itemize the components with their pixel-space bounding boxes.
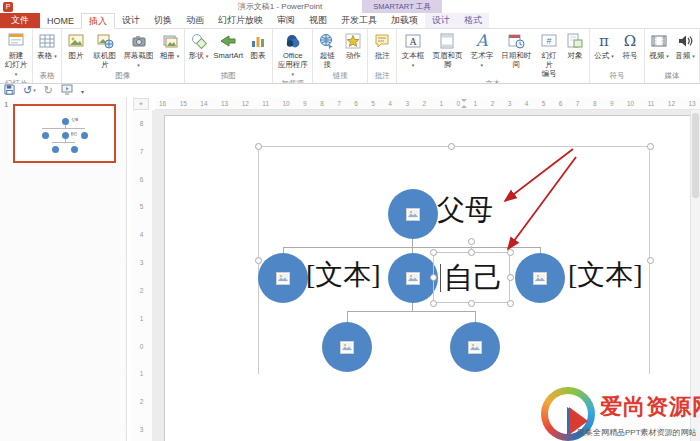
- tab-视图[interactable]: 视图: [302, 13, 334, 28]
- video-icon: [648, 31, 670, 51]
- undo-button[interactable]: ↺▾: [23, 85, 36, 96]
- textbox-selection-handle[interactable]: [507, 300, 514, 307]
- ribbon-group-加载项: Office 应用程序 ▾加载项: [273, 29, 313, 83]
- chart-button[interactable]: 图表: [245, 30, 271, 61]
- selection-handle[interactable]: [647, 143, 654, 150]
- textbox-selection-handle[interactable]: [430, 274, 437, 281]
- datetime-button[interactable]: 日期和时间: [497, 30, 536, 70]
- audio-button[interactable]: 音频 ▾: [672, 30, 698, 61]
- textbox-selection-handle[interactable]: [468, 249, 475, 256]
- scrollbar-thumb[interactable]: [692, 113, 699, 198]
- h-ruler-tick: 16: [159, 100, 166, 107]
- slide-number-button[interactable]: #幻灯片 编号: [536, 30, 562, 79]
- hyperlink-button[interactable]: 超链接: [314, 30, 340, 70]
- customize-qat-button[interactable]: ▾: [81, 86, 84, 96]
- redo-button[interactable]: ↻: [44, 85, 53, 96]
- pictures-label: 图片: [68, 51, 83, 60]
- header-footer-icon: [436, 31, 458, 51]
- shapes-label: 形状 ▾: [189, 51, 209, 60]
- h-ruler-tick: 10: [627, 100, 634, 107]
- action-button[interactable]: 动作: [340, 30, 366, 61]
- tab-幻灯片放映[interactable]: 幻灯片放映: [211, 13, 270, 28]
- symbol-button[interactable]: Ω符号: [617, 30, 643, 61]
- diagram-circle-node-5[interactable]: [322, 322, 372, 372]
- pictures-button[interactable]: 图片: [63, 30, 89, 61]
- slide-thumbnail[interactable]: 父母自己: [13, 104, 116, 163]
- mini-circle: [81, 132, 88, 139]
- hyperlink-icon: [316, 31, 338, 51]
- v-ruler-tick: 3: [140, 426, 144, 433]
- tab-HOME[interactable]: HOME: [40, 13, 81, 28]
- object-label: 对象: [568, 51, 583, 60]
- tab-开发工具[interactable]: 开发工具: [334, 13, 384, 28]
- ribbon-group-插图: 形状 ▾SmartArt图表插图: [185, 29, 274, 83]
- mini-connector: [42, 128, 85, 129]
- mini-connector: [65, 139, 66, 143]
- textbox-selection-handle[interactable]: [468, 238, 475, 245]
- selected-text-box-self[interactable]: 自己: [433, 252, 510, 303]
- tab-格式[interactable]: 格式: [457, 13, 489, 28]
- v-ruler-tick: 8: [140, 120, 144, 127]
- svg-text:#: #: [547, 36, 552, 46]
- ribbon-group-符号: π公式 ▾Ω符号符号: [590, 29, 645, 83]
- connector-line: [347, 311, 476, 312]
- wordart-button[interactable]: A艺术字 ▾: [467, 30, 497, 70]
- textbox-selection-handle[interactable]: [430, 249, 437, 256]
- undo-icon: ↺: [23, 85, 32, 96]
- tab-加载项[interactable]: 加载项: [384, 13, 425, 28]
- textbox-selection-handle[interactable]: [468, 300, 475, 307]
- h-ruler-tick: 11: [262, 100, 269, 107]
- table-button[interactable]: 表格 ▾: [34, 30, 60, 61]
- comment-icon: [371, 31, 393, 51]
- smartart-tools-contextual-header: SMARTART 工具: [362, 0, 442, 13]
- diagram-circle-node-1[interactable]: [388, 189, 438, 239]
- h-ruler-tick: 13: [688, 100, 695, 107]
- textbox-label: 文本框 ▾: [400, 51, 426, 69]
- hyperlink-label: 超链接: [316, 51, 338, 69]
- tab-切换[interactable]: 切换: [147, 13, 179, 28]
- h-ruler-tick: 8: [593, 100, 597, 107]
- tab-动画[interactable]: 动画: [179, 13, 211, 28]
- header-footer-button[interactable]: 页眉和页脚: [428, 30, 467, 70]
- video-label: 视频 ▾: [649, 51, 669, 60]
- selection-handle[interactable]: [448, 143, 455, 150]
- indent-marker[interactable]: [461, 99, 467, 108]
- shapes-button[interactable]: 形状 ▾: [186, 30, 212, 61]
- textbox-selection-handle[interactable]: [507, 274, 514, 281]
- equation-button[interactable]: π公式 ▾: [591, 30, 617, 61]
- tab-审阅[interactable]: 审阅: [270, 13, 302, 28]
- diagram-circle-node-4[interactable]: [515, 253, 565, 303]
- diagram-label-left-placeholder[interactable]: [文本]: [306, 261, 381, 289]
- tab-文件[interactable]: 文件: [0, 13, 40, 28]
- textbox-selection-handle[interactable]: [507, 249, 514, 256]
- online-pictures-button[interactable]: 联机图片: [89, 30, 121, 70]
- object-button[interactable]: 对象: [562, 30, 588, 61]
- comment-button[interactable]: 批注: [369, 30, 395, 61]
- photo-album-button[interactable]: 相册 ▾: [157, 30, 183, 61]
- video-button[interactable]: 视频 ▾: [646, 30, 672, 61]
- selection-handle[interactable]: [255, 257, 262, 264]
- diagram-label-parents[interactable]: 父母: [437, 196, 493, 224]
- selection-handle[interactable]: [255, 143, 262, 150]
- tab-设计[interactable]: 设计: [115, 13, 147, 28]
- screenshot-button[interactable]: 屏幕截图 ▾: [121, 30, 157, 70]
- group-label-插图: 插图: [186, 71, 272, 83]
- textbox-button[interactable]: A文本框 ▾: [398, 30, 428, 70]
- photo-album-icon: [159, 31, 181, 51]
- save-button[interactable]: [4, 84, 15, 97]
- new-slide-button[interactable]: 新建 幻灯片 ▾: [1, 30, 31, 79]
- diagram-label-right-placeholder[interactable]: [文本]: [568, 261, 643, 289]
- office-apps-button[interactable]: Office 应用程序 ▾: [274, 30, 311, 79]
- selection-handle[interactable]: [647, 257, 654, 264]
- h-ruler-tick: 8: [320, 100, 324, 107]
- ruler-origin-button[interactable]: ⌖: [133, 98, 149, 110]
- tab-插入[interactable]: 插入: [81, 13, 115, 29]
- smartart-button[interactable]: SmartArt: [212, 30, 246, 61]
- textbox-selection-handle[interactable]: [430, 300, 437, 307]
- start-slideshow-button[interactable]: [61, 84, 73, 97]
- diagram-circle-node-6[interactable]: [450, 322, 500, 372]
- tab-设计[interactable]: 设计: [425, 13, 457, 28]
- datetime-icon: [505, 31, 527, 51]
- diagram-circle-node-2[interactable]: [258, 253, 308, 303]
- wordart-label: 艺术字 ▾: [469, 51, 495, 69]
